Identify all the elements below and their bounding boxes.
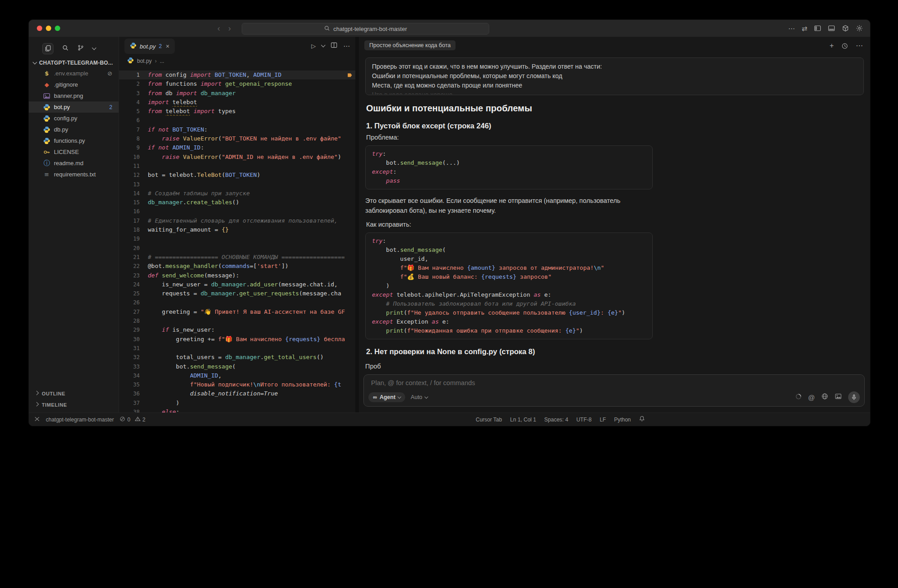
code-line-13[interactable]: 13	[119, 180, 355, 189]
file-item-.env.example[interactable]: $.env.example⊘	[29, 68, 119, 79]
code-line-22[interactable]: 22@bot.message_handler(commands=['start'…	[119, 262, 355, 271]
problems-indicator[interactable]: 0 2	[119, 416, 145, 423]
code-line-14[interactable]: 14# Создаём таблицы при запуске	[119, 189, 355, 198]
line-number[interactable]: 3	[119, 89, 148, 98]
file-item-banner.png[interactable]: banner.png	[29, 90, 119, 101]
line-number[interactable]: 4	[119, 98, 148, 107]
line-number[interactable]: 10	[119, 153, 148, 162]
code-line-25[interactable]: 25 requests = db_manager.get_user_reques…	[119, 289, 355, 298]
chat-input-field[interactable]	[370, 379, 860, 387]
user-message[interactable]: Проверь этот код и скажи, что в нем можн…	[365, 57, 864, 95]
line-number[interactable]: 11	[119, 162, 148, 171]
chat-input-box[interactable]: ∞ Agent Auto @	[363, 374, 865, 407]
line-number[interactable]: 9	[119, 143, 148, 152]
project-root-item[interactable]: CHATGPT-TELEGRAM-BO...	[29, 56, 119, 68]
file-item-LICENSE[interactable]: LICENSE	[29, 146, 119, 158]
line-number[interactable]: 33	[119, 362, 148, 371]
line-number[interactable]: 17	[119, 216, 148, 225]
agent-mode-selector[interactable]: ∞ Agent	[368, 392, 405, 402]
toggle-bottom-panel-icon[interactable]	[828, 25, 835, 32]
code-line-17[interactable]: 17# Единственный словарь для отслеживани…	[119, 216, 355, 225]
sidebar-more-chevron-icon[interactable]	[92, 46, 97, 50]
code-line-24[interactable]: 24 is_new_user = db_manager.add_user(mes…	[119, 280, 355, 289]
settings-gear-icon[interactable]	[856, 25, 863, 32]
line-number[interactable]: 23	[119, 271, 148, 280]
forward-icon[interactable]: ›	[228, 24, 231, 33]
eol-setting[interactable]: LF	[600, 417, 606, 423]
code-line-30[interactable]: 30 greeting += f"🎁 Вам начислено {reques…	[119, 335, 355, 344]
line-number[interactable]: 14	[119, 189, 148, 198]
code-line-16[interactable]: 16	[119, 207, 355, 216]
outline-section[interactable]: OUTLINE	[29, 388, 119, 399]
file-item-functions.py[interactable]: functions.py	[29, 135, 119, 146]
file-item-bot.py[interactable]: bot.py2	[29, 101, 119, 113]
line-number[interactable]: 1	[119, 70, 148, 79]
code-line-32[interactable]: 32 total_users = db_manager.get_total_us…	[119, 353, 355, 362]
breadcrumb[interactable]: bot.py › ...	[119, 55, 355, 67]
file-item-db.py[interactable]: db.py	[29, 124, 119, 135]
line-number[interactable]: 21	[119, 253, 148, 262]
toggle-left-panel-icon[interactable]	[814, 25, 821, 32]
code-line-31[interactable]: 31	[119, 344, 355, 353]
line-number[interactable]: 18	[119, 225, 148, 234]
file-item-.gitignore[interactable]: ◆.gitignore	[29, 79, 119, 90]
code-line-1[interactable]: 1from config import BOT_TOKEN, ADMIN_ID	[119, 70, 355, 79]
code-line-10[interactable]: 10 raise ValueError("ADMIN_ID не найден …	[119, 153, 355, 162]
breadcrumb-more[interactable]: ...	[160, 58, 164, 64]
line-number[interactable]: 19	[119, 234, 148, 243]
encoding-setting[interactable]: UTF-8	[576, 417, 592, 423]
search-panel-icon[interactable]	[62, 44, 69, 53]
line-number[interactable]: 22	[119, 262, 148, 271]
more-icon[interactable]: ⋯	[788, 25, 795, 32]
code-line-6[interactable]: 6	[119, 116, 355, 125]
file-item-readme.md[interactable]: ⓘreadme.md	[29, 158, 119, 169]
mention-icon[interactable]: @	[808, 394, 815, 401]
run-file-icon[interactable]: ▷	[311, 43, 316, 49]
line-number[interactable]: 20	[119, 244, 148, 253]
line-number[interactable]: 27	[119, 307, 148, 316]
code-line-19[interactable]: 19	[119, 234, 355, 243]
file-item-config.py[interactable]: config.py	[29, 113, 119, 124]
line-number[interactable]: 28	[119, 316, 148, 325]
line-number[interactable]: 34	[119, 371, 148, 380]
code-line-9[interactable]: 9if not ADMIN_ID:	[119, 143, 355, 152]
code-line-11[interactable]: 11	[119, 162, 355, 171]
back-icon[interactable]: ‹	[217, 24, 220, 33]
chat-messages[interactable]: Проверь этот код и скажи, что в нем можн…	[359, 55, 870, 374]
code-line-23[interactable]: 23def send_welcome(message):	[119, 271, 355, 280]
code-line-35[interactable]: 35 f"Новый подписчик!\nИтого пользовател…	[119, 380, 355, 389]
swap-panels-icon[interactable]: ⇄	[801, 25, 807, 32]
line-number[interactable]: 8	[119, 134, 148, 143]
line-number[interactable]: 30	[119, 335, 148, 344]
notifications-bell-icon[interactable]	[639, 416, 645, 423]
code-line-34[interactable]: 34 ADMIN_ID,	[119, 371, 355, 380]
close-window-button[interactable]	[37, 26, 42, 31]
new-chat-icon[interactable]: +	[830, 42, 834, 49]
history-clock-icon[interactable]	[841, 43, 848, 49]
line-number[interactable]: 32	[119, 353, 148, 362]
code-line-5[interactable]: 5from telebot import types	[119, 107, 355, 116]
line-number[interactable]: 15	[119, 198, 148, 207]
editor-more-icon[interactable]: ⋯	[343, 43, 350, 49]
breadcrumb-file[interactable]: bot.py	[137, 58, 152, 64]
chat-more-icon[interactable]: ⋯	[856, 42, 863, 49]
code-line-27[interactable]: 27 greeting = "👋 Привет! Я ваш AI-ассист…	[119, 307, 355, 316]
code-line-33[interactable]: 33 bot.send_message(	[119, 362, 355, 371]
split-editor-icon[interactable]	[331, 42, 337, 50]
code-line-3[interactable]: 3from db import db_manager	[119, 89, 355, 98]
code-line-18[interactable]: 18waiting_for_amount = {}	[119, 225, 355, 234]
line-number[interactable]: 6	[119, 116, 148, 125]
code-block-problem[interactable]: try: bot.send_message(...)except: pass	[365, 145, 653, 189]
line-number[interactable]: 31	[119, 344, 148, 353]
code-editor[interactable]: 1from config import BOT_TOKEN, ADMIN_ID2…	[119, 67, 355, 413]
minimize-window-button[interactable]	[46, 26, 51, 31]
cursor-position[interactable]: Ln 1, Col 1	[510, 417, 536, 423]
line-number[interactable]: 37	[119, 399, 148, 408]
remote-window-icon[interactable]	[34, 416, 40, 423]
line-number[interactable]: 2	[119, 79, 148, 88]
code-line-21[interactable]: 21# ================== ОСНОВНЫЕ КОМАНДЫ …	[119, 253, 355, 262]
line-number[interactable]: 29	[119, 325, 148, 334]
code-line-2[interactable]: 2from functions import get_openai_respon…	[119, 79, 355, 88]
tab-bot-py[interactable]: bot.py 2 ×	[124, 39, 175, 54]
line-number[interactable]: 5	[119, 107, 148, 116]
